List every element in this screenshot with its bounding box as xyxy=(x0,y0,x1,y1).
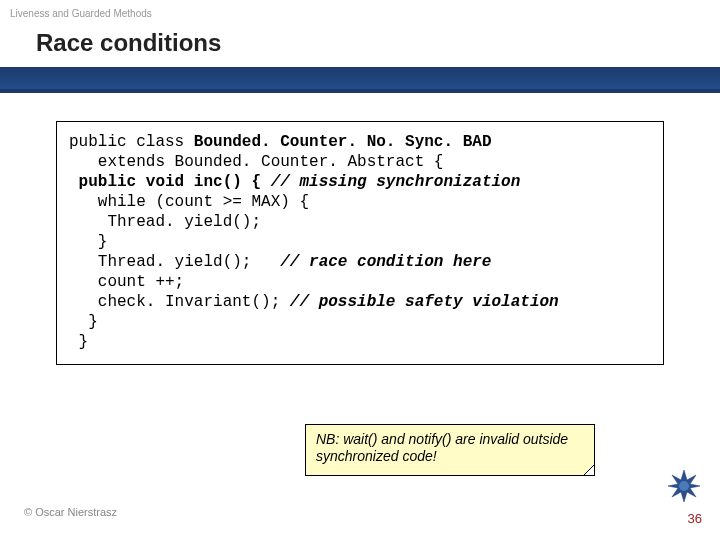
note-fold-icon xyxy=(584,465,594,475)
note-text: NB: wait() and notify() are invalid outs… xyxy=(316,431,568,464)
header-band xyxy=(0,67,720,93)
svg-point-1 xyxy=(679,481,689,491)
code-box: public class Bounded. Counter. No. Sync.… xyxy=(56,121,664,365)
copyright: © Oscar Nierstrasz xyxy=(24,506,117,518)
page-title: Race conditions xyxy=(0,23,720,67)
code-content: public class Bounded. Counter. No. Sync.… xyxy=(69,132,651,352)
breadcrumb: Liveness and Guarded Methods xyxy=(0,0,720,23)
note-box: NB: wait() and notify() are invalid outs… xyxy=(305,424,595,476)
page-number: 36 xyxy=(688,511,702,526)
starburst-icon xyxy=(668,470,700,502)
